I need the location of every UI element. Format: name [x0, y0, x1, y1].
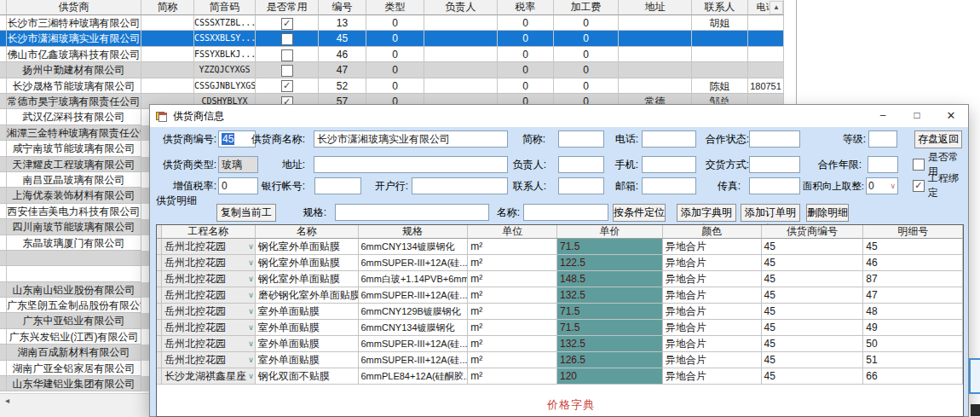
project-cell[interactable]: 岳州北控花园∨ — [162, 287, 256, 304]
supplier-row[interactable] — [0, 266, 150, 281]
supplier-row[interactable] — [0, 251, 150, 266]
supplier-row[interactable]: 咸宁南玻节能玻璃有限公司 — [0, 141, 150, 156]
supplier-row[interactable]: 上海优泰装饰材料有限公司 — [0, 188, 150, 203]
supplier-row[interactable]: 佛山市亿鑫玻璃科技有限公司 FSSYXBLKJ... 46 0 0 0 — [0, 47, 784, 62]
col-header-unit[interactable]: 单位 — [468, 225, 557, 239]
col-header-pycode[interactable]: 简音码 — [194, 0, 256, 15]
detail-row[interactable]: 岳州北控花园∨ 钢化室外单面贴膜 6mmSUPER-III+12A(硅... m… — [157, 255, 963, 271]
col-header-type[interactable]: 类型 — [366, 0, 424, 15]
supplier-row[interactable]: 长沙晟格节能玻璃有限公司 CSSGJNBLYXGS 52 0 0 0 陈姐 18… — [0, 78, 784, 94]
supplier-row[interactable]: 南昌亚晶玻璃有限公司 — [0, 172, 150, 188]
detail-row[interactable]: 岳州北控花园∨ 室外单面贴膜 6mmCNY134镀膜钢化 m² 71.5 异地合… — [157, 320, 963, 336]
common-use-checkbox-group[interactable]: 是否常用 — [913, 159, 968, 171]
coop-years-input[interactable] — [868, 156, 898, 173]
combo-arrow-icon[interactable]: ∨ — [248, 320, 254, 335]
col-header-spec[interactable]: 规格 — [359, 225, 469, 239]
col-header-detail-id[interactable]: 明细号 — [863, 225, 963, 239]
col-header-supplier-id[interactable]: 供货商编号 — [762, 225, 864, 239]
contact-input[interactable] — [558, 177, 604, 194]
combo-arrow-icon[interactable]: ∨ — [248, 336, 254, 351]
combo-arrow-icon[interactable]: ∨ — [248, 287, 254, 303]
supplier-name-input[interactable]: 长沙市潇湘玻璃实业有限公司 — [314, 130, 508, 148]
scroll-left-icon[interactable]: ◂ — [0, 394, 14, 408]
minimize-button[interactable]: – — [866, 105, 900, 127]
combo-arrow-icon[interactable]: ∨ — [248, 271, 254, 287]
col-header-abbr[interactable]: 简称 — [141, 0, 194, 15]
col-header-name[interactable]: 名称 — [256, 225, 359, 239]
delivery-input[interactable] — [749, 156, 800, 173]
combo-arrow-icon[interactable]: ∨ — [248, 304, 254, 319]
project-cell[interactable]: 岳州北控花园∨ — [162, 271, 256, 287]
email-input[interactable] — [642, 177, 696, 194]
close-button[interactable]: ✕ — [934, 105, 968, 127]
supplier-row[interactable]: 长沙市潇湘玻璃实业有限公司 CSSXXBLSY... 45 0 0 0 — [0, 31, 784, 46]
vat-input[interactable]: 0 — [218, 177, 258, 194]
project-cell[interactable]: 长沙龙湖祺鑫星座∨ — [162, 368, 256, 385]
project-bind-checkbox-group[interactable]: 工程绑定 — [913, 180, 968, 192]
supplier-row[interactable]: 东晶玻璃厦门有限公司 — [0, 235, 150, 251]
col-header-fee[interactable]: 加工费 — [554, 0, 619, 15]
supplier-row[interactable]: 湖南百成新材料有限公司 — [0, 345, 150, 360]
combo-arrow-icon[interactable]: ∨ — [248, 352, 254, 368]
project-cell[interactable]: 岳州北控花园∨ — [162, 255, 256, 271]
phone-input[interactable] — [642, 130, 696, 148]
address-input[interactable] — [314, 156, 508, 173]
combo-arrow-icon[interactable]: ∨ — [248, 368, 254, 384]
bank-input[interactable] — [412, 177, 508, 194]
supplier-row[interactable]: 扬州中勤建材有限公司 YZZQJCYXGS 47 0 0 0 — [0, 62, 784, 78]
mobile-input[interactable] — [642, 156, 696, 173]
manager-input[interactable] — [558, 156, 604, 173]
detail-row[interactable]: 岳州北控花园∨ 磨砂钢化室外单面贴膜 6mmSUPER-III+12A(硅...… — [157, 287, 963, 304]
fax-input[interactable] — [749, 177, 800, 194]
detail-row[interactable]: 岳州北控花园∨ 钢化室外单面贴膜 6mmCNY134镀膜钢化 m² 71.5 异… — [157, 239, 963, 255]
project-cell[interactable]: 岳州北控花园∨ — [162, 320, 256, 336]
common-checkbox[interactable] — [281, 49, 293, 61]
vertical-scrollbar-up-icon[interactable]: ▲ — [770, 1, 783, 14]
supplier-row[interactable]: 广东兴发铝业(江西)有限公司 — [0, 329, 150, 345]
supplier-row[interactable]: 湖南广亚全铝家居有限公司 — [0, 361, 150, 376]
supplier-row[interactable]: 广东中亚铝业有限公司 — [0, 313, 150, 328]
common-checkbox[interactable] — [281, 80, 293, 92]
col-header-common[interactable]: 是否常用 — [256, 0, 319, 15]
supplier-row[interactable]: 武汉亿深科技有限公司 — [0, 109, 150, 125]
delete-detail-button[interactable]: 删除明细 — [806, 204, 849, 222]
coop-status-input[interactable] — [749, 130, 800, 148]
supplier-row[interactable]: 山东华建铝业集团有限公司 — [0, 376, 150, 391]
common-checkbox[interactable] — [281, 33, 293, 45]
project-cell[interactable]: 岳州北控花园∨ — [162, 352, 256, 368]
detail-row[interactable]: 岳州北控花园∨ 室外单面贴膜 6mmSUPER-III+12A(硅... m² … — [157, 336, 963, 352]
col-header-project[interactable]: 工程名称 — [162, 225, 256, 239]
col-header-id[interactable]: 编号 — [319, 0, 366, 15]
supplier-row[interactable]: 天津耀皮工程玻璃有限公司 — [0, 157, 150, 172]
detail-row[interactable]: 长沙龙湖祺鑫星座∨ 钢化双面不贴膜 6mmPLE84+12A(硅酮胶... m²… — [157, 368, 963, 385]
common-checkbox[interactable] — [281, 18, 293, 30]
round-up-select[interactable]: 0 ∨ — [866, 177, 898, 194]
supplier-type-input[interactable]: 玻璃 — [218, 156, 258, 173]
common-use-checkbox[interactable] — [913, 159, 925, 171]
col-header-tax[interactable]: 税率 — [498, 0, 554, 15]
grade-input[interactable] — [868, 130, 897, 148]
col-header-supplier[interactable]: 供货商 — [7, 0, 141, 15]
project-cell[interactable]: 岳州北控花园∨ — [162, 239, 256, 255]
combo-arrow-icon[interactable]: ∨ — [248, 255, 254, 270]
detail-row[interactable]: 岳州北控花园∨ 室外单面贴膜 6mmCNY129B镀膜钢化 m² 71.5 异地… — [157, 304, 963, 320]
combo-arrow-icon[interactable]: ∨ — [248, 239, 254, 254]
bank-account-input[interactable] — [314, 177, 361, 194]
col-header-color[interactable]: 颜色 — [663, 225, 762, 239]
common-checkbox[interactable] — [281, 65, 293, 77]
detail-row[interactable]: 岳州北控花园∨ 室外单面贴膜 6mmSUPER-III+12A(硅... m² … — [157, 352, 963, 368]
project-cell[interactable]: 岳州北控花园∨ — [162, 304, 256, 320]
locate-by-condition-button[interactable]: 按条件定位 — [613, 204, 666, 222]
col-header-manager[interactable]: 负责人 — [424, 0, 498, 15]
col-header-contact[interactable]: 联系人 — [692, 0, 748, 15]
dialog-titlebar[interactable]: 供货商信息 – □ ✕ — [150, 105, 968, 127]
project-bind-checkbox[interactable] — [913, 180, 925, 192]
detail-row[interactable]: 岳州北控花园∨ 钢化室外单面贴膜 6mm白玻+1.14PVB+6mm... m²… — [157, 271, 963, 287]
supplier-row[interactable]: 山东南山铝业股份有限公司 — [0, 282, 150, 298]
supplier-row[interactable]: 西安佳吉美电力科技有限公司 — [0, 204, 150, 219]
maximize-button[interactable]: □ — [900, 105, 934, 127]
supplier-row[interactable]: 广东坚朗五金制品股份有限公司 — [0, 298, 150, 313]
supplier-row[interactable]: 湘潭三金特种玻璃有限责任公司 — [0, 125, 150, 141]
col-header-addr[interactable]: 地址 — [619, 0, 692, 15]
spec-filter-input[interactable] — [335, 204, 489, 221]
